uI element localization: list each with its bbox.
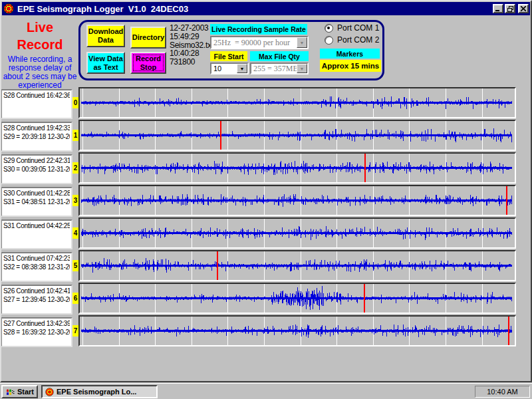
max-file-qty-label: Max File Qty (250, 51, 309, 61)
download-data-button[interactable]: Download Data (86, 25, 125, 47)
channel-number: 4 (72, 227, 78, 239)
waveform-strip (78, 217, 516, 249)
file-start-combo[interactable]: 10 ▼ (210, 63, 249, 74)
title-bar[interactable]: EPE Seismograph Logger V1.0 24DEC03 (2, 2, 530, 15)
channel-label: S30 Continued 01:42:28 12-31-2003S31 = 0… (1, 187, 72, 217)
close-icon (521, 6, 526, 11)
radio-port-com2[interactable]: Port COM 2 (325, 35, 379, 45)
dropdown-arrow-icon: ▼ (297, 37, 307, 48)
waveform-canvas (80, 251, 515, 280)
waveform-strip (78, 152, 516, 184)
live-record-title: Live Record (3, 19, 77, 53)
directory-button[interactable]: Directory (130, 27, 166, 49)
channel-label: S31 Continued 07:42:23 12-31-2003S32 = 0… (1, 252, 72, 282)
markers-value: Approx 15 mins (320, 60, 381, 72)
waveform-strip (78, 185, 516, 216)
taskbar: Start EPE Seismograph Lo... 10:40 AM (0, 383, 532, 399)
channel-row: 5 (72, 250, 516, 281)
channel-label: S26 Continued 10:42:41 12-30-2003S27 = 1… (1, 285, 72, 315)
status-column: 12-27-2003 15:49:29 Seismo32.tx 10:40:28… (170, 24, 211, 66)
channel-number: 6 (72, 293, 78, 304)
channel-number: 5 (72, 260, 78, 271)
waveform-strip (78, 315, 516, 346)
channel-number: 0 (72, 97, 78, 108)
status-time: 15:49:29 (170, 33, 211, 41)
start-button[interactable]: Start (1, 385, 38, 398)
channel-label: S27 Continued 13:42:39 12-30-2003S28 = 1… (1, 317, 72, 347)
max-file-qty-combo: 255 = 357MB ▼ (250, 63, 309, 74)
channel-label: S28 Continued 19:42:33 12-30-2003S29 = 2… (1, 122, 72, 152)
waveform-canvas (80, 154, 515, 182)
taskbar-app-icon (45, 388, 54, 396)
minimize-icon (495, 6, 501, 11)
waveform-canvas (80, 186, 515, 215)
radio-port-com1[interactable]: Port COM 1 (325, 23, 379, 33)
channel-row: 7 (72, 315, 516, 346)
sample-rate-label: Live Recording Sample Rate (210, 24, 307, 35)
channel-label: S31 Continued 04:42:25 12-31-2003 (1, 219, 72, 249)
channel-label: S29 Continued 22:42:31 12-30-2003S30 = 0… (1, 154, 72, 184)
dropdown-arrow-icon[interactable]: ▼ (237, 64, 247, 73)
markers-label: Markers (320, 49, 380, 59)
channel-number: 1 (72, 130, 78, 141)
channel-number: 7 (72, 325, 78, 336)
channel-row: 3 (72, 185, 516, 216)
restore-button[interactable] (505, 4, 515, 13)
waveform-canvas (80, 88, 515, 117)
restore-icon (507, 6, 513, 12)
channel-row: 4 (72, 217, 516, 249)
waveform-canvas (80, 121, 515, 150)
windows-flag-icon (5, 388, 15, 396)
minimize-button[interactable] (493, 4, 503, 13)
live-record-block: Live Record While recording, a response … (3, 19, 77, 90)
marker-line (364, 154, 366, 182)
waveform-strip (78, 283, 516, 314)
file-start-label: File Start (210, 51, 247, 61)
channel-row: 2 (72, 152, 516, 184)
status-date: 12-27-2003 (170, 24, 211, 33)
taskbar-clock[interactable]: 10:40 AM (475, 386, 530, 398)
channel-label: S28 Continued 16:42:36 12-30-2003 (1, 89, 72, 119)
status-sample-count: 731800 (170, 58, 211, 66)
live-record-note: While recording, a response delay of abo… (3, 55, 77, 90)
marker-line (508, 317, 509, 345)
window-title: EPE Seismograph Logger V1.0 24DEC03 (17, 4, 188, 14)
taskbar-app-button[interactable]: EPE Seismograph Lo... (41, 385, 158, 398)
channel-row: 0 (72, 87, 516, 118)
marker-line (364, 284, 365, 313)
sample-rate-combo: 25Hz = 90000 per hour ▼ (210, 36, 309, 49)
marker-line (220, 121, 221, 150)
radio-button-icon[interactable] (325, 24, 333, 33)
waveform-canvas (80, 219, 515, 247)
app-icon (3, 3, 14, 14)
marker-line (217, 251, 218, 280)
close-button[interactable] (518, 4, 529, 13)
waveform-strip (78, 87, 516, 118)
waveform-strip (78, 250, 516, 281)
channel-number: 2 (72, 162, 78, 174)
record-stop-button[interactable]: Record Stop (130, 52, 166, 74)
channel-number: 3 (72, 195, 78, 206)
radio-button-icon[interactable] (325, 36, 333, 45)
channel-row: 6 (72, 283, 516, 314)
waveform-canvas (80, 317, 515, 345)
marker-line (506, 186, 507, 215)
view-data-as-text-button[interactable]: View Data as Text (86, 52, 125, 74)
waveform-strip (78, 120, 516, 151)
channel-row: 1 (72, 120, 516, 151)
waveform-canvas (80, 284, 515, 313)
dropdown-arrow-icon: ▼ (297, 64, 307, 73)
